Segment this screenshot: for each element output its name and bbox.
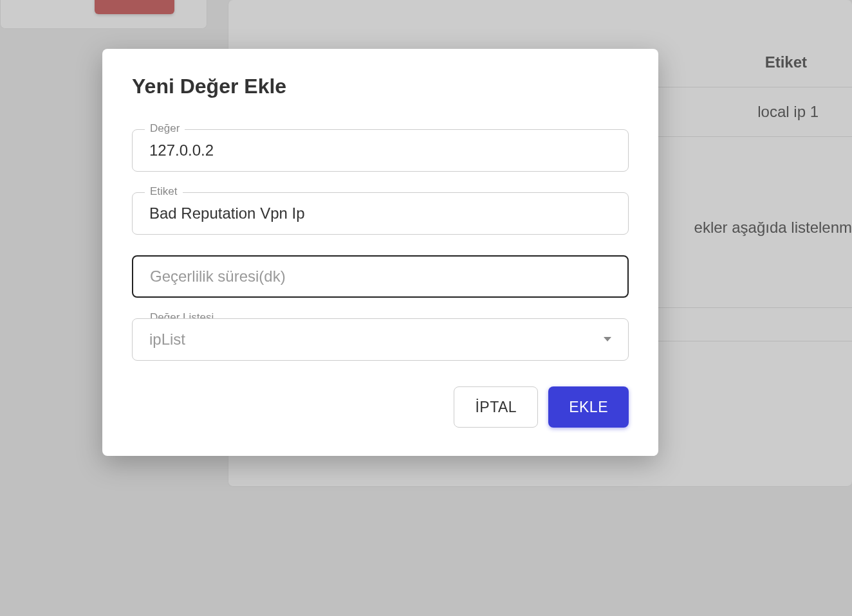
field-group-deger-listesi: Değer Listesi ipList	[132, 318, 629, 361]
deger-listesi-select-wrapper: ipList	[132, 318, 629, 361]
add-value-modal: Yeni Değer Ekle Değer Etiket Değer Liste…	[102, 49, 658, 456]
modal-actions: İPTAL EKLE	[132, 386, 629, 428]
gecerlilik-input[interactable]	[132, 255, 629, 298]
etiket-label: Etiket	[145, 186, 183, 197]
field-group-gecerlilik	[132, 255, 629, 298]
etiket-input[interactable]	[132, 192, 629, 235]
deger-input[interactable]	[132, 129, 629, 172]
modal-title: Yeni Değer Ekle	[132, 75, 629, 98]
field-group-etiket: Etiket	[132, 192, 629, 235]
cancel-button[interactable]: İPTAL	[454, 386, 538, 428]
deger-label: Değer	[145, 123, 185, 134]
field-group-deger: Değer	[132, 129, 629, 172]
submit-button[interactable]: EKLE	[548, 386, 629, 428]
deger-listesi-select[interactable]: ipList	[132, 318, 629, 361]
